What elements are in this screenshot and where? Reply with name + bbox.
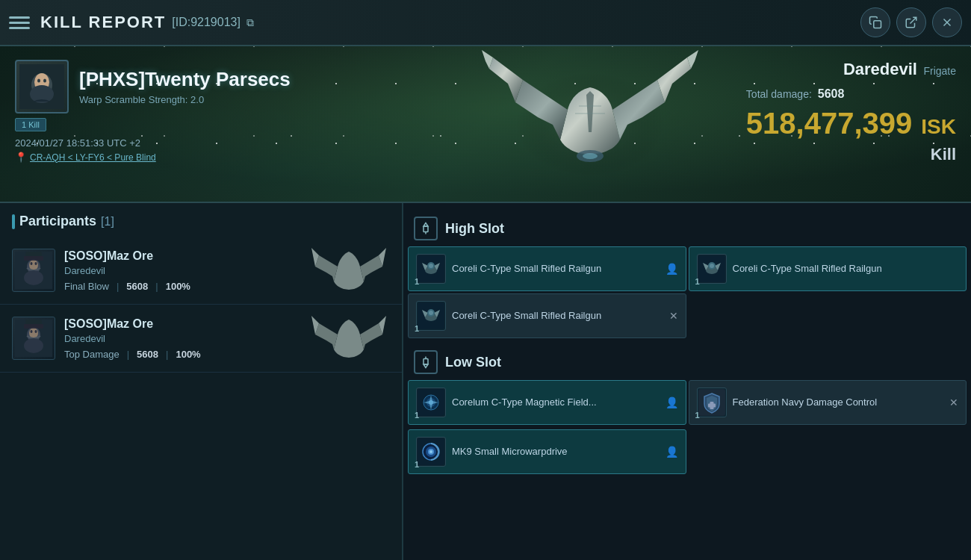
stat-role-2: Top Damage bbox=[64, 349, 120, 360]
slot-item[interactable]: 1 MK9 Small Microwarpdrive 👤 bbox=[408, 429, 686, 474]
header-title: KILL REPORT bbox=[40, 13, 166, 32]
slots-panel: High Slot 1 Coreli C-Type Small Rifl bbox=[403, 203, 971, 560]
high-slot-row-2: 1 Coreli C-Type Small Rifled Railgun ✕ bbox=[403, 293, 971, 343]
slot-qty: 1 bbox=[415, 324, 419, 333]
stat-damage-2: 5608 bbox=[137, 349, 158, 360]
slot-item-name: Coreli C-Type Small Rifled Railgun bbox=[452, 263, 660, 276]
participant-name-2[interactable]: [SOSO]Maz Ore bbox=[64, 317, 299, 331]
svg-point-19 bbox=[35, 262, 37, 265]
stat-percent-2: 100% bbox=[176, 349, 200, 360]
slot-item-icon bbox=[416, 437, 446, 467]
hero-damage-label: Total damage: bbox=[746, 88, 812, 100]
hero-player-sub: Warp Scramble Strength: 2.0 bbox=[79, 94, 291, 105]
slot-item-name: Coreli C-Type Small Rifled Railgun bbox=[733, 263, 959, 276]
hero-ship-name: Daredevil bbox=[843, 60, 917, 78]
svg-point-27 bbox=[35, 330, 37, 333]
hero-player-name: [PHXS]Twenty Parsecs bbox=[79, 68, 291, 91]
slot-item-name: Federation Navy Damage Control bbox=[733, 396, 944, 409]
high-slot-icon bbox=[414, 217, 438, 240]
stat-role-1: Final Blow bbox=[64, 281, 109, 292]
copy-id-icon[interactable]: ⧉ bbox=[246, 16, 254, 29]
close-button[interactable] bbox=[932, 7, 962, 37]
svg-point-36 bbox=[429, 264, 433, 268]
slot-item-icon bbox=[697, 254, 727, 284]
participant-info-1: [SOSO]Maz Ore Daredevil Final Blow | 560… bbox=[64, 249, 299, 292]
participant-avatar-1 bbox=[12, 249, 55, 292]
hero-section: [PHXS]Twenty Parsecs Warp Scramble Stren… bbox=[0, 46, 971, 203]
slot-qty: 1 bbox=[415, 277, 419, 286]
person-icon: 👤 bbox=[666, 396, 678, 408]
svg-point-7 bbox=[37, 79, 40, 83]
hero-ship-type: Frigate bbox=[923, 65, 956, 77]
svg-point-25 bbox=[29, 328, 38, 338]
svg-point-18 bbox=[31, 262, 33, 265]
main-content: Participants [1] [SOS bbox=[0, 203, 971, 560]
stat-percent-1: 100% bbox=[166, 281, 190, 292]
hero-date: 2024/01/27 18:51:33 UTC +2 bbox=[15, 137, 299, 149]
participant-avatar-2 bbox=[12, 317, 55, 360]
slot-item-name: Coreli C-Type Small Rifled Railgun bbox=[452, 310, 663, 323]
hero-location: 📍 CR-AQH < LY-FY6 < Pure Blind bbox=[15, 152, 299, 163]
participant-name-1[interactable]: [SOSO]Maz Ore bbox=[64, 249, 299, 263]
participant-ship-img-2 bbox=[308, 312, 390, 364]
low-slot-icon bbox=[414, 350, 438, 374]
slot-item[interactable]: 1 Coreli C-Type Small Rifled Railgun 👤 bbox=[408, 246, 686, 291]
slot-qty: 1 bbox=[695, 411, 700, 420]
slot-item-icon bbox=[416, 254, 446, 284]
hero-damage-value: 5608 bbox=[818, 87, 845, 101]
high-slot-header: High Slot bbox=[403, 209, 971, 246]
svg-point-44 bbox=[429, 311, 433, 315]
slot-item[interactable]: 1 Coreli C-Type Small Rifled Railgun ✕ bbox=[408, 293, 686, 338]
slot-item-icon bbox=[416, 388, 446, 417]
svg-point-12 bbox=[583, 153, 598, 159]
hero-isk-value: 518,477,399 bbox=[746, 108, 912, 138]
slot-item[interactable]: 1 Federation Navy Damage Control ✕ bbox=[689, 380, 967, 425]
svg-point-58 bbox=[429, 450, 432, 453]
high-slot-row-1: 1 Coreli C-Type Small Rifled Railgun 👤 bbox=[403, 246, 971, 293]
svg-line-1 bbox=[910, 17, 916, 23]
participants-header: Participants [1] bbox=[0, 203, 402, 237]
header-id: [ID:9219013] bbox=[172, 16, 241, 29]
svg-point-28 bbox=[24, 338, 43, 353]
slot-item-name: MK9 Small Microwarpdrive bbox=[452, 446, 660, 458]
hero-avatar bbox=[15, 60, 69, 113]
hero-left: [PHXS]Twenty Parsecs Warp Scramble Stren… bbox=[0, 46, 314, 176]
participant-stats-2: Top Damage | 5608 | 100% bbox=[64, 349, 299, 360]
low-slot-row-2: 1 MK9 Small Microwarpdrive 👤 bbox=[403, 427, 971, 479]
slot-qty: 1 bbox=[695, 277, 700, 286]
svg-point-20 bbox=[24, 270, 43, 285]
slot-item-name: Corelum C-Type Magnetic Field... bbox=[452, 396, 660, 409]
slot-item[interactable]: 1 Coreli C-Type Small Rifled Railgun bbox=[689, 246, 967, 291]
menu-icon[interactable] bbox=[9, 16, 30, 29]
participant-ship-2: Daredevil bbox=[64, 333, 299, 344]
export-button[interactable] bbox=[896, 7, 926, 37]
person-icon: 👤 bbox=[666, 446, 678, 458]
svg-point-26 bbox=[31, 330, 33, 333]
hero-ship-image bbox=[463, 46, 717, 203]
hero-isk-label: ISK bbox=[921, 115, 956, 139]
hero-kill-badge: 1 Kill bbox=[15, 118, 46, 131]
svg-rect-22 bbox=[24, 256, 43, 261]
header-actions bbox=[860, 7, 962, 37]
svg-point-17 bbox=[29, 260, 38, 270]
slot-item-icon bbox=[697, 388, 727, 417]
slot-item-icon bbox=[416, 301, 446, 331]
location-link[interactable]: CR-AQH < LY-FY6 < Pure Blind bbox=[30, 152, 156, 163]
low-slot-header: Low Slot bbox=[403, 343, 971, 380]
slot-qty: 1 bbox=[415, 411, 419, 420]
stat-damage-1: 5608 bbox=[126, 281, 148, 292]
close-icon[interactable]: ✕ bbox=[669, 310, 678, 322]
participant-stats-1: Final Blow | 5608 | 100% bbox=[64, 281, 299, 292]
svg-rect-30 bbox=[24, 324, 43, 329]
svg-rect-45 bbox=[424, 359, 428, 365]
participants-count: [1] bbox=[101, 215, 114, 228]
svg-rect-31 bbox=[424, 226, 428, 232]
clipboard-button[interactable] bbox=[860, 7, 890, 37]
participant-ship-1: Daredevil bbox=[64, 265, 299, 276]
hero-right: Daredevil Frigate Total damage: 5608 518… bbox=[746, 60, 956, 164]
low-slot-row-1: 1 Corelum C-Type Magnetic Field... 👤 bbox=[403, 380, 971, 427]
slot-qty: 1 bbox=[415, 460, 419, 469]
hero-result: Kill bbox=[746, 145, 956, 164]
slot-item[interactable]: 1 Corelum C-Type Magnetic Field... 👤 bbox=[408, 380, 686, 425]
close-icon[interactable]: ✕ bbox=[949, 396, 958, 408]
